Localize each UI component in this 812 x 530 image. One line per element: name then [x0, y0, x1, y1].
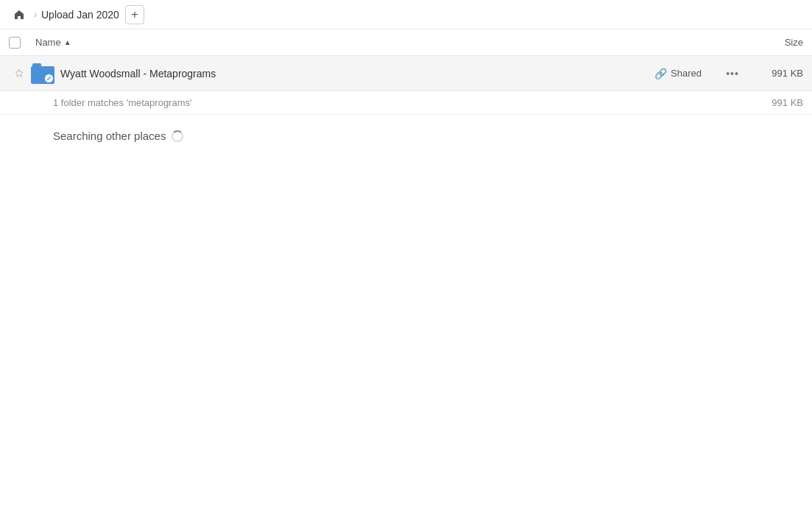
file-icon-col — [29, 63, 56, 84]
name-column-header[interactable]: Name ▲ — [35, 37, 744, 48]
pen-overlay — [45, 74, 53, 82]
home-button[interactable] — [9, 4, 29, 25]
star-icon — [14, 68, 24, 79]
more-icon: ••• — [726, 68, 739, 80]
select-all-checkbox[interactable] — [9, 37, 21, 49]
home-icon — [13, 9, 25, 21]
shared-status: 🔗 Shared — [654, 68, 721, 80]
folder-icon-wrapper — [31, 63, 54, 84]
size-column-header[interactable]: Size — [744, 37, 803, 48]
breadcrumb-title: Upload Jan 2020 — [41, 9, 119, 21]
searching-text: Searching other places — [53, 130, 166, 142]
loading-spinner — [172, 130, 183, 142]
header-checkbox-col — [9, 37, 35, 49]
file-size: 991 KB — [744, 68, 803, 79]
pen-icon — [46, 76, 52, 81]
breadcrumb-bar: › Upload Jan 2020 + — [0, 0, 812, 29]
summary-size: 991 KB — [744, 97, 803, 108]
breadcrumb-separator: › — [34, 10, 37, 20]
add-button[interactable]: + — [125, 5, 144, 24]
shared-label: Shared — [671, 68, 702, 79]
folder-body — [31, 66, 54, 84]
searching-row: Searching other places — [0, 115, 812, 157]
star-button[interactable] — [9, 68, 29, 79]
file-name: Wyatt Woodsmall - Metaprograms — [56, 68, 654, 80]
more-options-button[interactable]: ••• — [721, 68, 744, 80]
summary-text: 1 folder matches 'metaprograms' — [53, 97, 744, 108]
link-icon: 🔗 — [654, 68, 667, 80]
name-column-label: Name — [35, 37, 61, 48]
file-list-item[interactable]: Wyatt Woodsmall - Metaprograms 🔗 Shared … — [0, 56, 812, 91]
summary-row: 1 folder matches 'metaprograms' 991 KB — [0, 91, 812, 115]
table-header: Name ▲ Size — [0, 29, 812, 56]
sort-arrow-icon: ▲ — [64, 38, 71, 46]
